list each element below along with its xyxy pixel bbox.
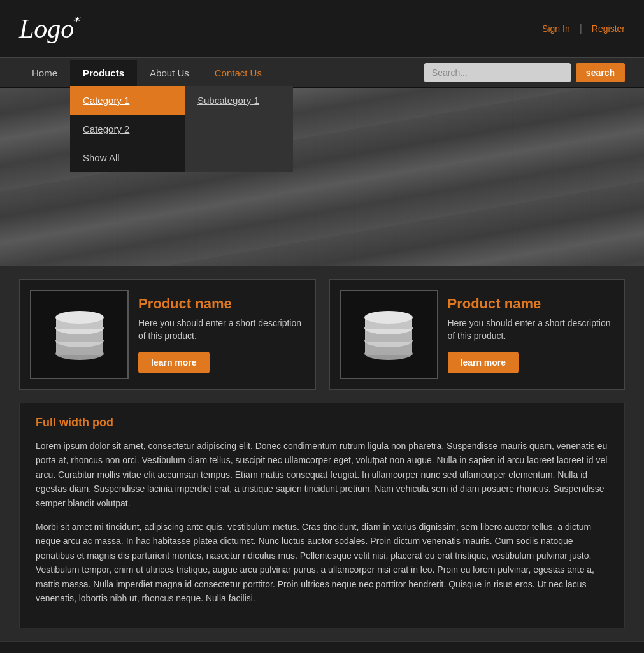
product-desc-2: Here you should enter a short descriptio… [448, 317, 615, 342]
full-pod-paragraph-1: Lorem ipsum dolor sit amet, consectetur … [36, 439, 608, 510]
nav-about[interactable]: About Us [137, 60, 202, 86]
search-area: search [424, 58, 625, 87]
full-pod-title: Full width pod [36, 416, 608, 429]
dropdown-category1[interactable]: Category 1 [70, 86, 185, 115]
nav-home[interactable]: Home [19, 60, 70, 86]
dropdown-col1: Category 1 Category 2 Show All [70, 86, 185, 172]
products-row: Product name Here you should enter a sho… [0, 266, 644, 403]
product-pod-2: Product name Here you should enter a sho… [329, 279, 626, 390]
product-title-2: Product name [448, 296, 615, 312]
product-content-2: Product name Here you should enter a sho… [448, 296, 615, 373]
product-image-2 [340, 290, 438, 379]
nav-products[interactable]: Products [70, 60, 137, 86]
nav-products-wrap: Products Category 1 Category 2 Show All … [70, 60, 137, 86]
auth-separator: | [580, 23, 582, 34]
navbar: Home Products Category 1 Category 2 Show… [0, 57, 644, 88]
logo-text: Logo [19, 14, 74, 43]
footer: FAQ · Privacy Policy · Terms of Use [0, 641, 644, 653]
dropdown-subcategory1[interactable]: Subcategory 1 [185, 86, 293, 115]
full-width-pod: Full width pod Lorem ipsum dolor sit ame… [19, 403, 625, 628]
product-icon-2 [354, 299, 424, 370]
logo-star-icon: ✶ [72, 13, 80, 25]
dropdown-showall[interactable]: Show All [70, 143, 185, 172]
product-icon-1 [45, 299, 115, 370]
auth-links: Sign In | Register [542, 23, 625, 34]
product-pod-1: Product name Here you should enter a sho… [19, 279, 316, 390]
products-dropdown: Category 1 Category 2 Show All Subcatego… [70, 86, 293, 172]
full-pod-paragraph-2: Morbi sit amet mi tincidunt, adipiscing … [36, 520, 608, 605]
product-title-1: Product name [138, 296, 305, 312]
register-link[interactable]: Register [592, 24, 625, 34]
signin-link[interactable]: Sign In [542, 24, 570, 34]
svg-point-6 [55, 311, 104, 324]
search-input[interactable] [424, 63, 571, 82]
product-image-1 [30, 290, 129, 379]
dropdown-category2[interactable]: Category 2 [70, 115, 185, 143]
product-desc-1: Here you should enter a short descriptio… [138, 317, 305, 342]
product-content-1: Product name Here you should enter a sho… [138, 296, 305, 373]
product-learnmore-1[interactable]: learn more [138, 352, 210, 373]
svg-point-13 [364, 311, 413, 324]
logo: Logo✶ [19, 13, 74, 44]
nav-contact[interactable]: Contact Us [202, 60, 275, 86]
dropdown-col2: Subcategory 1 [185, 86, 293, 172]
product-learnmore-2[interactable]: learn more [448, 352, 519, 373]
header: Logo✶ Sign In | Register [0, 0, 644, 57]
search-button[interactable]: search [576, 63, 625, 82]
